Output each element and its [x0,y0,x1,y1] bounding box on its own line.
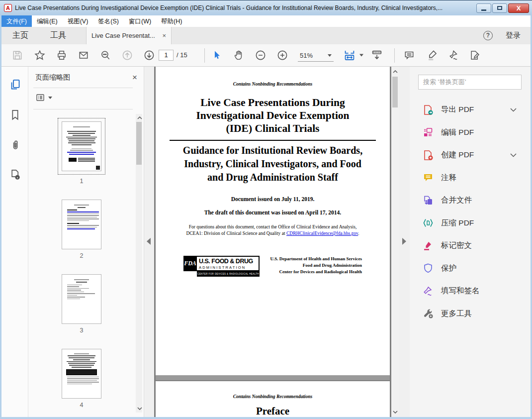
save-icon[interactable] [12,50,23,61]
thumbnail-page-1[interactable]: 1 [58,118,105,185]
menu-sign[interactable]: 签名(S) [93,15,124,27]
thumbnail-options-button[interactable] [35,93,52,103]
chevron-down-icon[interactable] [359,54,363,57]
tools-search-input[interactable]: 搜索 '替换页面' [418,75,522,90]
export-pdf-icon [423,105,434,115]
print-icon[interactable] [56,50,67,61]
agency-line: Food and Drug Administration [265,262,362,269]
share-signature-icon[interactable] [469,50,481,61]
more-tools-icon [423,308,434,319]
close-button[interactable]: X [508,3,529,13]
compress-pdf-icon [423,217,434,228]
sign-in-link[interactable]: 登录 [506,31,521,40]
nonbinding-note: Contains Nonbinding Recommendations [156,67,390,87]
tool-edit-pdf[interactable]: 编辑 PDF [410,121,531,144]
chevron-down-icon [48,97,52,99]
tool-protect[interactable]: 保护 [410,257,531,280]
collapse-left-icon[interactable] [147,238,151,245]
document-scrollbar[interactable] [391,67,399,417]
scrollbar-thumb[interactable] [392,77,398,107]
scroll-up-icon[interactable] [136,114,143,122]
tool-more-tools[interactable]: 更多工具 [410,303,531,325]
zoom-out-icon[interactable] [255,50,266,61]
tool-comment[interactable]: 注释 [410,167,531,190]
menu-help[interactable]: 帮助(H) [156,15,187,27]
scroll-down-icon[interactable] [391,408,399,416]
tool-compress-pdf[interactable]: 压缩 PDF [410,212,531,235]
menu-edit[interactable]: 编辑(E) [32,15,63,27]
star-favorite-icon[interactable] [34,50,45,61]
page-info-icon[interactable] [9,169,21,182]
scroll-down-icon[interactable] [136,405,143,413]
next-page-icon[interactable] [144,50,155,61]
fda-name-line2: ADMINISTRATION [199,265,257,270]
right-panel-splitter[interactable] [399,67,410,417]
draft-date-line: The draft of this document was issued on… [156,210,390,215]
agency-lines: U.S. Department of Health and Human Serv… [265,256,362,275]
zoom-in-icon[interactable] [277,50,288,61]
expand-right-icon[interactable] [402,238,406,245]
thumbnail-page-2[interactable]: 2 [61,200,102,259]
tool-redact[interactable]: 标记密文 [410,234,531,257]
minimize-button[interactable] [476,3,491,13]
document-viewport[interactable]: Contains Nonbinding Recommendations Live… [154,67,391,417]
content-area: 页面缩略图 × [1,67,531,417]
chevron-down-icon[interactable] [510,153,517,157]
tab-tools[interactable]: 工具 [39,27,77,44]
page-number-input[interactable]: 1 [159,50,174,61]
thumbnail-page-4[interactable]: 4 [61,349,102,409]
tool-create-pdf[interactable]: 创建 PDF [410,144,531,167]
contact-suffix: . [358,231,359,236]
menu-file[interactable]: 文件(F) [1,15,32,27]
acrobat-app-icon: A [4,4,12,12]
main-toolbar: 1 / 15 51% [1,44,531,67]
tool-label: 保护 [441,263,456,274]
select-tool-icon[interactable] [212,50,222,60]
tool-export-pdf[interactable]: 导出 PDF [410,99,531,121]
menu-view[interactable]: 视图(V) [63,15,93,27]
thumbnails-scrollbar[interactable] [136,114,142,413]
page-display-icon[interactable] [371,49,383,61]
sign-pen-icon[interactable] [447,50,459,61]
previous-page-icon[interactable] [122,50,133,61]
thumbnail-preview [62,274,101,324]
search-icon[interactable] [100,50,111,61]
tool-label: 填写和签名 [441,286,480,296]
hand-tool-icon[interactable] [233,50,244,61]
bookmarks-icon[interactable] [9,109,21,122]
contact-paragraph: For questions about this document, conta… [181,224,364,237]
thumbnail-page-number: 4 [61,402,102,409]
attachments-icon[interactable] [9,139,21,153]
tab-home[interactable]: 主页 [1,27,39,44]
tool-fill-sign[interactable]: 填写和签名 [410,280,531,303]
maximize-button[interactable] [492,3,507,13]
create-pdf-icon [423,150,434,161]
tab-close-icon[interactable]: × [162,32,166,39]
fda-logo: FDA U.S. FOOD & DRUG ADMINISTRATION CENT… [183,256,260,277]
minimize-icon [481,9,486,11]
scrollbar-thumb[interactable] [136,122,142,165]
comment-icon[interactable] [404,50,415,61]
chevron-down-icon[interactable] [510,108,517,112]
email-icon[interactable] [78,50,89,61]
page-thumbnails-icon[interactable] [9,79,21,92]
thumbnail-page-3[interactable]: 3 [61,274,102,334]
document-title: Live Case Presentations During Investiga… [183,97,362,135]
menu-bar: 文件(F) 编辑(E) 视图(V) 签名(S) 窗口(W) 帮助(H) [1,15,531,27]
highlight-icon[interactable] [427,50,438,61]
menu-window[interactable]: 窗口(W) [124,15,156,27]
chevron-down-icon [328,54,332,57]
acrobat-window: A Live Case Presentations During Investi… [0,0,532,419]
fit-width-icon[interactable] [344,49,355,61]
help-icon[interactable]: ? [483,31,493,40]
contact-email-link[interactable]: CDRHClinicalEvidence@fda.hhs.gov [286,231,358,236]
zoom-level-select[interactable]: 51% [298,50,334,62]
panel-close-icon[interactable]: × [132,73,137,83]
thumbnails-panel-title: 页面缩略图 [35,73,70,82]
tool-combine-files[interactable]: 合并文件 [410,189,531,212]
agency-line: Center for Devices and Radiological Heal… [265,269,362,275]
scroll-up-icon[interactable] [391,68,399,76]
pdf-page-2: Contains Nonbinding Recommendations Pref… [156,381,390,417]
left-panel-splitter[interactable] [144,67,154,417]
tab-document[interactable]: Live Case Presentat... × [86,27,172,44]
